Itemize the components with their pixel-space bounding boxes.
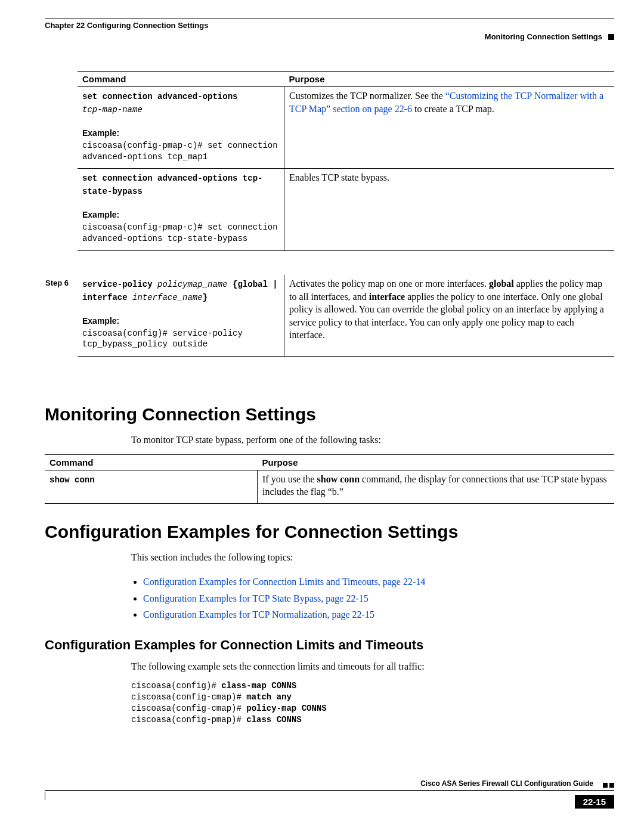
col-purpose: Purpose bbox=[284, 72, 615, 87]
heading-monitoring: Monitoring Connection Settings bbox=[45, 404, 614, 425]
purpose-row-state-bypass: Enables TCP state bypass. bbox=[284, 169, 615, 250]
command-table-1: Command Purpose set connection advanced-… bbox=[45, 71, 614, 380]
link-tcp-normalization[interactable]: Configuration Examples for TCP Normaliza… bbox=[143, 609, 374, 620]
link-limits-timeouts[interactable]: Configuration Examples for Connection Li… bbox=[143, 577, 425, 587]
page-footer: Cisco ASA Series Firewall CLI Configurat… bbox=[45, 779, 614, 791]
guide-title: Cisco ASA Series Firewall CLI Configurat… bbox=[420, 779, 593, 788]
section-label: Monitoring Connection Settings bbox=[485, 32, 602, 41]
heading-limits-timeouts: Configuration Examples for Connection Li… bbox=[45, 637, 614, 653]
intro-monitoring: To monitor TCP state bypass, perform one… bbox=[131, 433, 614, 447]
col-command-2: Command bbox=[45, 454, 258, 470]
col-command: Command bbox=[78, 72, 284, 87]
step-6-label: Step 6 bbox=[45, 275, 78, 380]
col-purpose-2: Purpose bbox=[258, 454, 615, 470]
cmd-row-state-bypass: set connection advanced-options tcp-stat… bbox=[78, 169, 284, 250]
link-state-bypass[interactable]: Configuration Examples for TCP State Byp… bbox=[143, 593, 369, 603]
page-header-sub: Monitoring Connection Settings bbox=[45, 32, 614, 41]
footer-tick-icon bbox=[45, 792, 49, 800]
heading-config-examples: Configuration Examples for Connection Se… bbox=[45, 522, 614, 542]
cmd-row-advanced-options: set connection advanced-options tcp-map-… bbox=[78, 87, 284, 169]
intro-config-examples: This section includes the following topi… bbox=[131, 551, 614, 564]
purpose-show-conn: If you use the show conn command, the di… bbox=[258, 470, 615, 503]
topic-list: Configuration Examples for Connection Li… bbox=[131, 574, 614, 623]
header-marker-icon bbox=[608, 34, 614, 40]
cmd-row-service-policy: service-policy policymap_name {global | … bbox=[78, 275, 284, 357]
chapter-label: Chapter 22 Configuring Connection Settin… bbox=[45, 21, 208, 30]
page-number: 22-15 bbox=[575, 795, 614, 809]
command-table-2: Command Purpose show conn If you use the… bbox=[45, 454, 614, 504]
footer-marker-icon bbox=[603, 783, 614, 788]
cmd-show-conn: show conn bbox=[45, 470, 258, 503]
intro-limits-timeouts: The following example sets the connectio… bbox=[131, 660, 614, 673]
example-code-block: ciscoasa(config)# class-map CONNS ciscoa… bbox=[131, 680, 614, 726]
purpose-row-advanced-options: Customizes the TCP normalizer. See the “… bbox=[284, 87, 615, 169]
page-header-top: Chapter 22 Configuring Connection Settin… bbox=[45, 18, 614, 30]
purpose-row-service-policy: Activates the policy map on one or more … bbox=[284, 275, 615, 357]
